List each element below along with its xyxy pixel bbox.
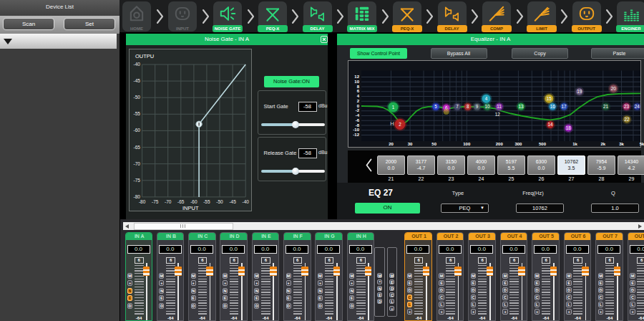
svg-text:1: 1 — [392, 105, 395, 110]
svg-text:8: 8 — [467, 104, 469, 109]
svg-text:2: 2 — [399, 122, 401, 127]
svg-text:11: 11 — [497, 104, 502, 109]
svg-text:17: 17 — [562, 104, 567, 109]
svg-text:9: 9 — [476, 104, 479, 109]
svg-text:23: 23 — [624, 104, 630, 109]
svg-text:20: 20 — [611, 86, 617, 91]
svg-text:19: 19 — [577, 89, 582, 94]
svg-text:16: 16 — [550, 104, 556, 109]
svg-text:12: 12 — [495, 112, 501, 117]
svg-text:5: 5 — [434, 104, 437, 109]
svg-text:7: 7 — [456, 104, 459, 109]
svg-text:H: H — [390, 120, 394, 127]
svg-text:18: 18 — [566, 125, 572, 130]
svg-text:22: 22 — [624, 117, 630, 122]
svg-text:4: 4 — [485, 96, 488, 101]
svg-text:15: 15 — [547, 96, 552, 101]
svg-text:10: 10 — [484, 104, 490, 109]
svg-text:14: 14 — [547, 122, 553, 127]
svg-text:21: 21 — [603, 104, 609, 109]
svg-text:13: 13 — [518, 104, 524, 109]
svg-text:24: 24 — [635, 104, 640, 109]
